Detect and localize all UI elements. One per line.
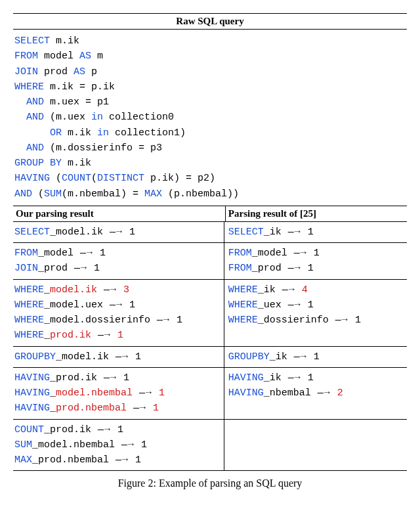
right-cell: WHERE_ik —→ 4 WHERE_uex —→ 1 WHERE_dossi… <box>224 280 407 346</box>
kw-select: SELECT <box>14 35 50 47</box>
figure-caption: Figure 2: Example of parsing an SQL quer… <box>13 477 407 489</box>
sql-text: m.ik <box>62 127 97 139</box>
sql-text: collection0 <box>103 112 174 123</box>
kw-max: MAX <box>144 188 162 200</box>
kw-in: in <box>97 127 109 139</box>
right-cell: GROUPBY_ik —→ 1 <box>224 347 407 367</box>
left-cell: WHERE_model.ik —→ 3 WHERE_model.uex —→ 1… <box>13 280 224 346</box>
result-group: FROM_model —→ 1 JOIN_prod —→ 1FROM_model… <box>13 242 407 279</box>
left-cell: GROUPBY_model.ik —→ 1 <box>13 347 224 367</box>
kw-as: AS <box>79 51 91 62</box>
kw-join: JOIN <box>14 66 38 77</box>
result-group: WHERE_model.ik —→ 3 WHERE_model.uex —→ 1… <box>13 279 407 346</box>
sql-text: m <box>91 51 103 62</box>
kw-distinct: DISTINCT <box>97 173 144 184</box>
sql-text: (m.uex <box>44 112 91 123</box>
column-headers: Our parsing result Parsing result of [25… <box>13 206 407 222</box>
kw-or: OR <box>14 127 62 139</box>
figure-container: Raw SQL query SELECT m.ik FROM model AS … <box>13 13 407 489</box>
table-header: Raw SQL query <box>13 13 407 30</box>
kw-groupby: GROUP BY <box>14 158 62 169</box>
sql-text: m.ik <box>50 35 79 47</box>
left-cell: SELECT_model.ik —→ 1 <box>13 222 224 242</box>
left-cell: HAVING_prod.ik —→ 1 HAVING_model.nbembal… <box>13 368 224 419</box>
right-cell: SELECT_ik —→ 1 <box>224 222 407 242</box>
result-group: COUNT_prod.ik —→ 1 SUM_model.nbembal —→ … <box>13 419 407 471</box>
kw-sum: SUM <box>44 188 62 200</box>
kw-count: COUNT <box>62 173 91 184</box>
sql-text: m.ik = p.ik <box>44 81 115 93</box>
right-cell <box>224 420 407 471</box>
right-col-header: Parsing result of [25] <box>225 206 407 221</box>
kw-and: AND <box>14 112 44 123</box>
kw-from: FROM <box>14 51 38 62</box>
bottom-rule <box>13 470 407 471</box>
sql-text: (p.nbembal)) <box>162 188 239 200</box>
result-group: HAVING_prod.ik —→ 1 HAVING_model.nbembal… <box>13 367 407 419</box>
sql-text: m.ik <box>62 158 91 169</box>
kw-in: in <box>91 112 103 123</box>
sql-text: ( <box>91 173 97 184</box>
sql-text: ( <box>32 188 44 200</box>
sql-text: m.uex = p1 <box>44 97 109 108</box>
sql-text: (m.dossierinfo = p3 <box>44 143 162 154</box>
kw-and: AND <box>14 188 32 200</box>
right-cell: HAVING_ik —→ 1 HAVING_nbembal —→ 2 <box>224 368 407 419</box>
kw-and: AND <box>14 143 44 154</box>
result-group: GROUPBY_model.ik —→ 1GROUPBY_ik —→ 1 <box>13 346 407 367</box>
kw-where: WHERE <box>14 81 44 93</box>
raw-sql-block: SELECT m.ik FROM model AS m JOIN prod AS… <box>13 30 407 206</box>
sql-text: (m.nbembal) = <box>62 188 144 200</box>
sql-text: p.ik) = p2) <box>144 173 215 184</box>
left-cell: FROM_model —→ 1 JOIN_prod —→ 1 <box>13 243 224 279</box>
sql-text: model <box>38 51 79 62</box>
right-cell: FROM_model —→ 1 FROM_prod —→ 1 <box>224 243 407 279</box>
parsing-results-table: SELECT_model.ik —→ 1SELECT_ik —→ 1FROM_m… <box>13 222 407 471</box>
result-group: SELECT_model.ik —→ 1SELECT_ik —→ 1 <box>13 222 407 242</box>
sql-text: p <box>85 66 97 77</box>
left-col-header: Our parsing result <box>13 206 225 221</box>
left-cell: COUNT_prod.ik —→ 1 SUM_model.nbembal —→ … <box>13 420 224 471</box>
sql-text: prod <box>38 66 74 77</box>
kw-as: AS <box>74 66 85 77</box>
kw-having: HAVING <box>14 173 50 184</box>
sql-text: collection1) <box>109 127 186 139</box>
sql-text: ( <box>50 173 62 184</box>
kw-and: AND <box>14 97 44 108</box>
